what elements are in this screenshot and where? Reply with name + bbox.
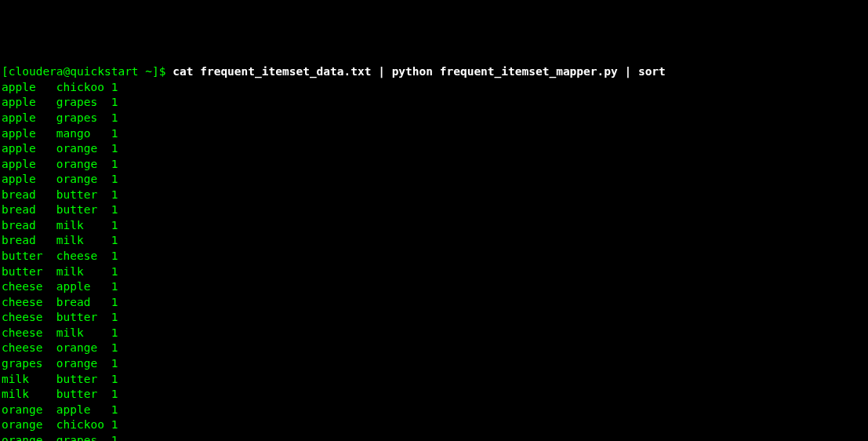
output-line: grapes orange 1 bbox=[2, 356, 866, 372]
output-line: cheese milk 1 bbox=[2, 326, 866, 341]
output-line: cheese bread 1 bbox=[2, 295, 866, 311]
output-line: apple grapes 1 bbox=[2, 95, 866, 111]
output-line: bread butter 1 bbox=[2, 188, 866, 203]
prompt-dollar: $ bbox=[159, 65, 173, 78]
command-text: cat frequent_itemset_data.txt | python f… bbox=[173, 65, 666, 78]
output-line: milk butter 1 bbox=[2, 387, 866, 403]
output-line: bread milk 1 bbox=[2, 233, 866, 249]
output-line: apple orange 1 bbox=[2, 141, 866, 157]
output-line: apple orange 1 bbox=[2, 157, 866, 173]
terminal-output: apple chickoo 1apple grapes 1apple grape… bbox=[2, 80, 866, 441]
output-line: cheese orange 1 bbox=[2, 341, 866, 356]
prompt-cwd: ~ bbox=[145, 65, 152, 78]
output-line: cheese apple 1 bbox=[2, 279, 866, 295]
output-line: orange grapes 1 bbox=[2, 433, 866, 441]
output-line: cheese butter 1 bbox=[2, 310, 866, 326]
output-line: apple grapes 1 bbox=[2, 111, 866, 126]
prompt-close-bracket: ] bbox=[152, 65, 159, 78]
terminal-window[interactable]: [cloudera@quickstart ~]$ cat frequent_it… bbox=[2, 64, 866, 441]
output-line: apple mango 1 bbox=[2, 126, 866, 142]
prompt-user-host: cloudera@quickstart bbox=[9, 65, 139, 78]
output-line: orange chickoo 1 bbox=[2, 417, 866, 433]
output-line: butter cheese 1 bbox=[2, 249, 866, 264]
output-line: orange apple 1 bbox=[2, 403, 866, 418]
prompt-open-bracket: [ bbox=[2, 65, 9, 78]
shell-prompt: [cloudera@quickstart ~]$ cat frequent_it… bbox=[2, 65, 666, 78]
output-line: apple chickoo 1 bbox=[2, 80, 866, 96]
output-line: milk butter 1 bbox=[2, 372, 866, 388]
output-line: bread milk 1 bbox=[2, 218, 866, 234]
output-line: bread butter 1 bbox=[2, 202, 866, 218]
output-line: butter milk 1 bbox=[2, 264, 866, 280]
output-line: apple orange 1 bbox=[2, 172, 866, 188]
